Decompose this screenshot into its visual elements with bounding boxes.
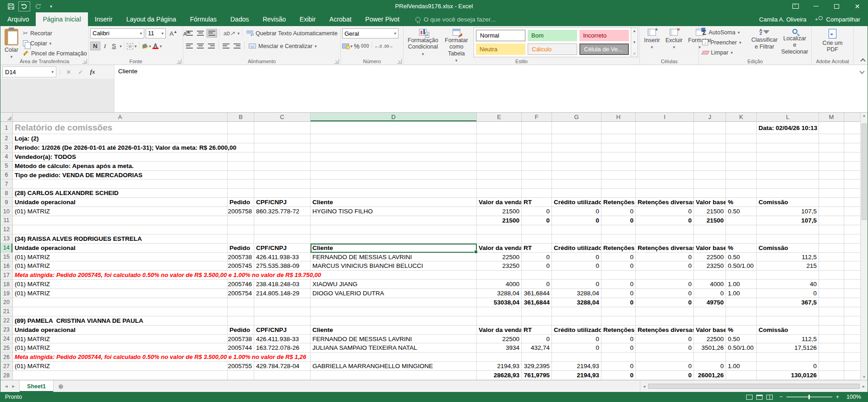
cell-L9[interactable]: Comissão [757, 198, 819, 207]
row-header-9[interactable]: 9 [0, 198, 13, 207]
align-bottom-icon[interactable] [207, 29, 217, 38]
cell-F13[interactable] [522, 234, 552, 244]
cell-D23[interactable]: Cliente [311, 326, 477, 335]
cell-I7[interactable] [636, 179, 694, 189]
cell-A25[interactable]: (01) MATRIZ [13, 343, 228, 353]
cell-G8[interactable] [552, 189, 601, 198]
insert-function-icon[interactable]: fx [87, 66, 98, 77]
copy-button[interactable]: Copiar ▾ [21, 38, 89, 48]
cell-H20[interactable]: 0 [601, 298, 636, 307]
cell-x2[interactable] [844, 134, 861, 143]
cell-B23[interactable]: Pedido [228, 326, 254, 335]
cell-C24[interactable]: 426.411.938-33 [254, 335, 311, 344]
cell-H14[interactable]: Retenções [601, 244, 636, 253]
cell-L5[interactable] [757, 162, 819, 171]
cell-H11[interactable]: 0 [601, 216, 636, 225]
cell-D11[interactable] [311, 216, 477, 225]
cell-K7[interactable] [726, 179, 757, 189]
cell-A3[interactable]: Período: 1/2026 (De 2026-01-01 até 2026-… [13, 143, 228, 152]
cell-I23[interactable]: Retenções diversas [636, 326, 694, 335]
cell-I6[interactable] [636, 171, 694, 180]
cell-D13[interactable] [311, 234, 477, 244]
cell-H17[interactable] [601, 271, 636, 280]
cell-B6[interactable] [228, 171, 254, 180]
cell-E6[interactable] [477, 171, 522, 180]
cell-E12[interactable] [477, 225, 522, 234]
cell-I21[interactable] [636, 307, 694, 316]
cell-C13[interactable] [254, 234, 311, 244]
cell-F17[interactable] [522, 271, 552, 280]
zoom-in-icon[interactable]: + [836, 394, 839, 400]
confirm-entry-icon[interactable]: ✓ [75, 66, 86, 77]
cell-G7[interactable] [552, 179, 601, 189]
normal-view-icon[interactable] [746, 395, 753, 400]
cell-H2[interactable] [601, 134, 636, 143]
cell-H10[interactable]: 0 [601, 207, 636, 216]
horizontal-scroll-thumb[interactable] [648, 384, 860, 389]
cell-F11[interactable]: 0 [522, 216, 552, 225]
cell-G19[interactable]: 3288,04 [552, 289, 601, 298]
cell-F28[interactable]: 761,9795 [522, 371, 552, 380]
cell-I12[interactable] [636, 225, 694, 234]
cell-D17[interactable] [311, 271, 477, 280]
cell-K10[interactable]: 0.50 [726, 207, 757, 216]
cell-M12[interactable] [819, 225, 844, 234]
cell-H4[interactable] [601, 152, 636, 162]
cell-L13[interactable] [757, 234, 819, 244]
cell-C28[interactable] [254, 371, 311, 380]
cell-x3[interactable] [844, 143, 861, 152]
cell-L26[interactable] [757, 353, 819, 362]
cell-M24[interactable] [819, 335, 844, 344]
comma-style-button[interactable]: 000 [361, 43, 369, 49]
cell-L10[interactable]: 107,5 [757, 207, 819, 216]
cell-E2[interactable] [477, 134, 522, 143]
user-name[interactable]: Camila A. Oliveira [759, 16, 806, 23]
cell-J3[interactable] [694, 143, 726, 152]
customize-qat-icon[interactable]: ▾ [45, 1, 57, 11]
cell-K5[interactable] [726, 162, 757, 171]
cell-style-normal[interactable]: Normal [476, 30, 525, 41]
find-select-button[interactable]: Localizar e Selecionar [780, 27, 810, 56]
cell-M25[interactable] [819, 343, 844, 353]
cut-button[interactable]: ✂ Recortar [21, 28, 89, 38]
minimize-icon[interactable] [806, 0, 826, 12]
cell-A16[interactable]: (01) MATRIZ [13, 261, 228, 271]
row-header-28[interactable]: 28 [0, 371, 13, 380]
cell-E4[interactable] [477, 152, 522, 162]
cell-G15[interactable]: 0 [552, 253, 601, 262]
cell-I25[interactable]: 0 [636, 343, 694, 353]
cell-C21[interactable] [254, 307, 311, 316]
cell-J28[interactable]: 26001,26 [694, 371, 726, 380]
cell-M13[interactable] [819, 234, 844, 244]
cell-C7[interactable] [254, 179, 311, 189]
cell-A6[interactable]: Tipo de pedido: VENDA DE MERCADORIAS [13, 171, 228, 180]
cell-M19[interactable] [819, 289, 844, 298]
cell-M22[interactable] [819, 316, 844, 326]
cell-H28[interactable]: 0 [601, 371, 636, 380]
row-header-18[interactable]: 18 [0, 280, 13, 289]
cell-H18[interactable]: 0 [601, 280, 636, 289]
fill-button[interactable]: ↓ Preencher ▾ [700, 38, 749, 47]
cell-B27[interactable]: 2005755 [228, 362, 254, 371]
cell-x7[interactable] [844, 179, 861, 189]
cell-M2[interactable] [819, 134, 844, 143]
cell-x11[interactable] [844, 216, 861, 225]
cell-A2[interactable]: Loja: (2) [13, 134, 228, 143]
cell-I1[interactable] [636, 122, 694, 134]
cell-C1[interactable] [254, 122, 311, 134]
row-header-2[interactable]: 2 [0, 134, 13, 143]
cell-B20[interactable] [228, 298, 254, 307]
gallery-down-icon[interactable]: ▼ [633, 40, 636, 44]
cell-H19[interactable]: 0 [601, 289, 636, 298]
align-right-icon[interactable] [207, 42, 216, 50]
zoom-out-icon[interactable]: − [779, 394, 782, 400]
tab-página-inicial[interactable]: Página Inicial [36, 12, 87, 26]
cell-x10[interactable] [844, 207, 861, 216]
horizontal-scrollbar[interactable]: ◂ ▸ [640, 380, 868, 392]
col-header-overflow[interactable] [844, 113, 861, 121]
tab-power-pivot[interactable]: Power Pivot [358, 12, 406, 26]
cell-style-neutra[interactable]: Neutra [476, 43, 525, 55]
cell-M14[interactable] [819, 244, 844, 253]
create-pdf-button[interactable]: Crie um PDF [819, 27, 846, 54]
cell-B18[interactable]: 2005746 [228, 280, 254, 289]
